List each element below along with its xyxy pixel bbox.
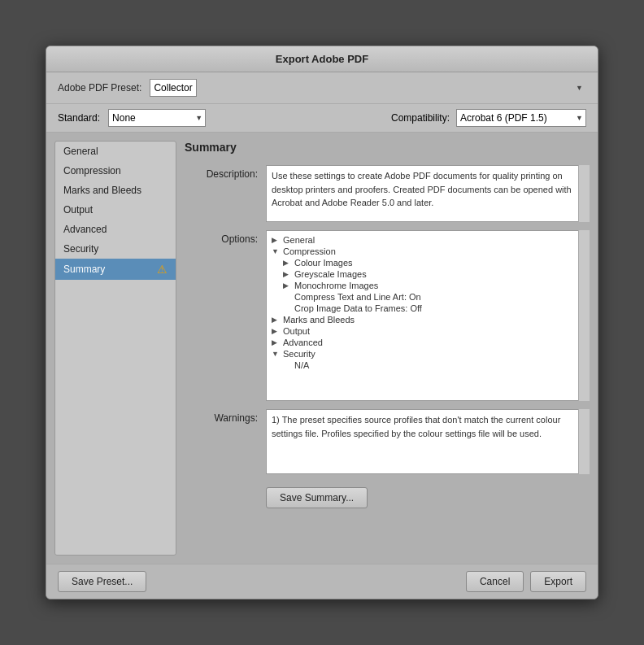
- export-button[interactable]: Export: [530, 571, 586, 592]
- tree-label: Compress Text and Line Art: On: [294, 292, 421, 302]
- save-summary-button[interactable]: Save Summary...: [266, 487, 368, 508]
- sidebar-item-advanced[interactable]: Advanced: [55, 220, 176, 239]
- standard-label: Standard:: [58, 112, 100, 124]
- options-box-wrap: ▶General▼Compression▶Colour Images▶Greys…: [266, 230, 590, 401]
- warnings-scrollbar[interactable]: [578, 409, 590, 474]
- save-preset-button[interactable]: Save Preset...: [58, 571, 146, 592]
- compat-group: Compatibility: Acrobat 6 (PDF 1.5): [391, 109, 586, 127]
- tree-label: Colour Images: [294, 258, 353, 268]
- tree-arrow[interactable]: ▶: [272, 236, 283, 244]
- tree-item: ▶Marks and Bleeds: [272, 314, 574, 325]
- description-box-wrap: Use these settings to create Adobe PDF d…: [266, 165, 590, 222]
- tree-label: Output: [283, 326, 310, 336]
- right-buttons: Cancel Export: [466, 571, 586, 592]
- sidebar-label-compression: Compression: [63, 165, 121, 177]
- warnings-label: Warnings:: [185, 409, 258, 424]
- sidebar-item-general[interactable]: General: [55, 142, 176, 161]
- tree-label: Monochrome Images: [294, 281, 378, 290]
- standard-bar: Standard: None Compatibility: Acrobat 6 …: [46, 104, 598, 133]
- description-text: Use these settings to create Adobe PDF d…: [266, 165, 590, 222]
- tree-arrow[interactable]: ▶: [283, 270, 294, 278]
- options-label: Options:: [185, 230, 258, 245]
- tree-item: ▶Monochrome Images: [272, 280, 574, 291]
- preset-select[interactable]: Collector: [150, 79, 197, 97]
- sidebar: General Compression Marks and Bleeds Out…: [54, 141, 176, 556]
- tree-arrow[interactable]: ▶: [272, 327, 283, 335]
- export-pdf-dialog: Export Adobe PDF Adobe PDF Preset: Colle…: [46, 46, 598, 599]
- tree-item: ▼Compression: [272, 246, 574, 257]
- tree-label: Marks and Bleeds: [283, 315, 355, 325]
- dialog-title: Export Adobe PDF: [276, 53, 368, 65]
- sidebar-label-marks: Marks and Bleeds: [63, 185, 141, 196]
- preset-dropdown-wrap: Collector: [150, 79, 586, 97]
- sidebar-label-summary: Summary: [63, 264, 105, 275]
- warnings-text: 1) The preset specifies source profiles …: [266, 409, 590, 474]
- tree-arrow[interactable]: ▶: [283, 259, 294, 267]
- title-bar: Export Adobe PDF: [46, 46, 598, 72]
- sidebar-item-output[interactable]: Output: [55, 200, 176, 220]
- warning-icon: ⚠: [157, 263, 168, 276]
- description-label: Description:: [185, 165, 258, 180]
- tree-arrow[interactable]: ▶: [272, 316, 283, 324]
- save-summary-area: Save Summary...: [185, 482, 590, 508]
- sidebar-item-compression[interactable]: Compression: [55, 161, 176, 181]
- tree-arrow[interactable]: ▶: [272, 338, 283, 346]
- standard-dropdown-wrap: None: [108, 109, 206, 127]
- compat-label: Compatibility:: [391, 112, 450, 124]
- tree-item: ▶Greyscale Images: [272, 268, 574, 280]
- tree-label: General: [283, 235, 315, 245]
- tree-item: ▶Output: [272, 325, 574, 337]
- tree-item: Crop Image Data to Frames: Off: [272, 303, 574, 314]
- tree-item: N/A: [272, 360, 574, 371]
- sidebar-item-marks-and-bleeds[interactable]: Marks and Bleeds: [55, 181, 176, 200]
- section-title: Summary: [185, 141, 590, 154]
- tree-label: Advanced: [283, 338, 323, 347]
- tree-item: ▶Advanced: [272, 337, 574, 348]
- tree-arrow[interactable]: ▼: [272, 247, 283, 255]
- tree-label: Compression: [283, 246, 336, 256]
- tree-item: Compress Text and Line Art: On: [272, 291, 574, 303]
- sidebar-label-security: Security: [63, 243, 98, 255]
- compat-select[interactable]: Acrobat 6 (PDF 1.5): [456, 109, 586, 127]
- options-scrollbar[interactable]: [578, 230, 590, 401]
- options-tree[interactable]: ▶General▼Compression▶Colour Images▶Greys…: [266, 230, 590, 401]
- tree-label: Crop Image Data to Frames: Off: [294, 303, 422, 313]
- tree-arrow[interactable]: ▶: [283, 281, 294, 290]
- options-row: Options: ▶General▼Compression▶Colour Ima…: [185, 230, 590, 401]
- tree-label: Greyscale Images: [294, 269, 367, 279]
- tree-item: ▶Colour Images: [272, 257, 574, 268]
- sidebar-item-security[interactable]: Security: [55, 239, 176, 259]
- standard-select[interactable]: None: [108, 109, 206, 127]
- tree-label: Security: [283, 349, 315, 359]
- description-row: Description: Use these settings to creat…: [185, 165, 590, 222]
- sidebar-label-output: Output: [63, 204, 93, 216]
- sidebar-item-summary[interactable]: Summary ⚠: [55, 259, 176, 280]
- tree-item: ▼Security: [272, 348, 574, 360]
- tree-item: ▶General: [272, 234, 574, 246]
- cancel-button[interactable]: Cancel: [466, 571, 524, 592]
- warnings-box-wrap: 1) The preset specifies source profiles …: [266, 409, 590, 474]
- preset-bar: Adobe PDF Preset: Collector: [46, 72, 598, 104]
- compat-dropdown-wrap: Acrobat 6 (PDF 1.5): [456, 109, 586, 127]
- sidebar-label-general: General: [63, 146, 98, 157]
- main-panel: Summary Description: Use these settings …: [185, 141, 590, 556]
- tree-arrow[interactable]: ▼: [272, 350, 283, 358]
- footer-buttons: Save Preset... Cancel Export: [46, 564, 598, 599]
- preset-label: Adobe PDF Preset:: [58, 82, 141, 94]
- tree-label: N/A: [294, 360, 309, 370]
- sidebar-label-advanced: Advanced: [63, 224, 107, 235]
- description-scrollbar[interactable]: [578, 165, 590, 222]
- content-area: General Compression Marks and Bleeds Out…: [46, 133, 598, 564]
- warnings-row: Warnings: 1) The preset specifies source…: [185, 409, 590, 474]
